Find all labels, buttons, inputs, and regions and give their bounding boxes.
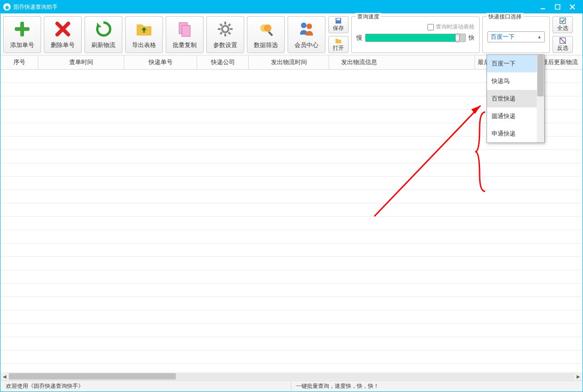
svg-point-8 [222, 26, 228, 32]
scroll-thumb[interactable] [9, 373, 176, 380]
member-button[interactable]: 会员中心 [288, 16, 325, 53]
svg-line-15 [228, 24, 230, 26]
speed-group: 查询速度 查询时滚动表格 慢 快 [351, 16, 480, 53]
svg-rect-7 [182, 25, 190, 36]
svg-rect-23 [337, 18, 340, 20]
col-seq[interactable]: 序号 [0, 55, 38, 69]
copy-icon [175, 20, 194, 38]
svg-rect-24 [560, 18, 565, 24]
title-bar: ◉ 固乔快递查询助手 [0, 0, 583, 13]
filter-button[interactable]: 数据筛选 [247, 16, 285, 53]
speed-title: 查询速度 [355, 13, 381, 21]
slow-label: 慢 [356, 34, 362, 42]
dropdown-scrollbar[interactable] [537, 55, 544, 143]
x-icon [54, 20, 72, 38]
open-button[interactable]: 打开 [328, 36, 349, 53]
scroll-checkbox[interactable] [427, 24, 434, 30]
invert-label: 反选 [557, 44, 568, 52]
window-title: 固乔快递查询助手 [13, 3, 535, 11]
save-button[interactable]: 保存 [328, 16, 349, 33]
minimize-button[interactable] [535, 1, 550, 12]
api-combo[interactable]: 百度一下 ▲ [487, 31, 545, 42]
open-label: 打开 [333, 44, 344, 52]
status-right: 一键批量查询，速度快，快，快！ [294, 382, 381, 390]
save-icon [335, 17, 342, 24]
dropdown-item-baidu[interactable]: 百度一下 [487, 55, 537, 72]
scroll-right-arrow[interactable]: ▶ [574, 372, 583, 380]
filter-label: 数据筛选 [254, 41, 278, 49]
export-label: 导出表格 [132, 41, 156, 49]
close-button[interactable] [565, 1, 580, 12]
svg-point-21 [307, 24, 312, 29]
svg-point-18 [264, 24, 271, 32]
app-icon: ◉ [3, 3, 11, 11]
col-otime[interactable]: 发出物流时间 [249, 55, 329, 69]
api-group: 快递接口选择 百度一下 ▲ [482, 16, 550, 53]
dropdown-item-kdniao[interactable]: 快递鸟 [487, 72, 537, 90]
maximize-button[interactable] [550, 1, 565, 12]
svg-point-20 [301, 23, 307, 28]
svg-rect-5 [15, 27, 30, 31]
speed-slider[interactable] [365, 34, 466, 42]
fast-label: 快 [469, 34, 475, 42]
status-left: 欢迎使用《固乔快递查询快手》 [4, 382, 288, 390]
gear-icon [216, 20, 234, 38]
slider-thumb[interactable] [455, 33, 460, 42]
refresh-label: 刷新物流 [91, 41, 115, 49]
api-dropdown[interactable]: 百度一下 快递鸟 百世快递 圆通快递 申通快递 [487, 54, 545, 143]
dropdown-scroll-thumb[interactable] [537, 55, 544, 96]
svg-line-13 [220, 24, 222, 26]
settings-button[interactable]: 参数设置 [206, 16, 244, 53]
member-label: 会员中心 [295, 41, 319, 49]
scroll-left-arrow[interactable]: ◀ [0, 372, 9, 380]
dropdown-item-yuantong[interactable]: 圆通快递 [487, 107, 537, 125]
refresh-icon [94, 20, 113, 38]
copy-button[interactable]: 批量复制 [166, 16, 204, 53]
select-all-button[interactable]: 全选 [553, 16, 573, 33]
svg-rect-1 [555, 5, 560, 9]
plus-icon [13, 20, 31, 38]
users-icon [297, 20, 316, 38]
select-all-label: 全选 [557, 24, 568, 32]
delete-button[interactable]: 删除单号 [44, 16, 82, 53]
col-time[interactable]: 查单时间 [38, 55, 124, 69]
delete-label: 删除单号 [51, 41, 75, 49]
api-selected: 百度一下 [491, 33, 515, 41]
col-oinfo[interactable]: 发出物流信息 [329, 55, 475, 69]
svg-line-14 [228, 32, 230, 34]
folder-export-icon [135, 20, 153, 38]
chevron-up-icon: ▲ [537, 35, 541, 39]
col-no[interactable]: 快递单号 [124, 55, 197, 69]
scroll-label: 查询时滚动表格 [436, 23, 475, 31]
svg-line-19 [269, 32, 272, 36]
select-all-icon [559, 17, 566, 24]
copy-label: 批量复制 [173, 41, 197, 49]
refresh-button[interactable]: 刷新物流 [84, 16, 122, 53]
invert-button[interactable]: 反选 [553, 36, 573, 53]
h-scrollbar[interactable]: ◀ ▶ [0, 372, 583, 380]
api-title: 快递接口选择 [487, 13, 523, 21]
open-icon [335, 37, 342, 44]
status-bar: 欢迎使用《固乔快递查询快手》 一键批量查询，速度快，快，快！ [0, 380, 583, 392]
filter-icon [257, 20, 275, 38]
col-comp[interactable]: 快递公司 [197, 55, 249, 69]
dropdown-item-baishi[interactable]: 百世快递 [487, 90, 537, 107]
export-button[interactable]: 导出表格 [125, 16, 163, 53]
invert-icon [559, 37, 566, 44]
toolbar: 添加单号 删除单号 刷新物流 导出表格 批量复制 参数设置 数据筛选 会员中心 … [0, 13, 583, 55]
add-button[interactable]: 添加单号 [3, 16, 41, 53]
col-lastinfo[interactable]: 最后更新物流 [542, 55, 583, 69]
dropdown-item-shentong[interactable]: 申通快递 [487, 125, 537, 143]
status-separator [291, 382, 291, 391]
add-label: 添加单号 [10, 41, 34, 49]
scroll-track[interactable] [9, 373, 574, 380]
settings-label: 参数设置 [213, 41, 237, 49]
save-label: 保存 [333, 24, 344, 32]
svg-line-16 [220, 32, 222, 34]
